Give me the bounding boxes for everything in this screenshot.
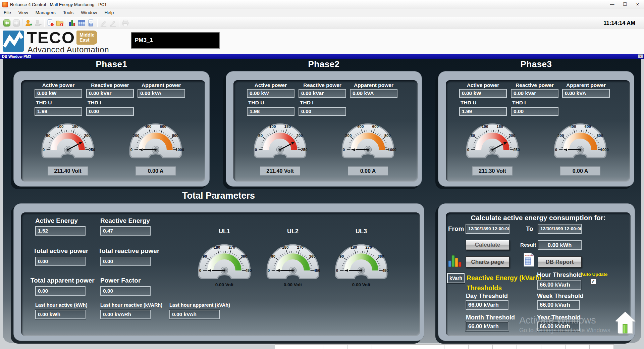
- thresholds-title-line1: Reactive Energy (kVarh): [467, 274, 541, 282]
- ul-gauge-group: UL1 090180270360450 0.00 Volt: [195, 228, 254, 287]
- brand-badge: MiddleEast: [76, 31, 97, 45]
- current-gauge: 02004006008001000: [550, 120, 610, 160]
- document-alert-icon[interactable]: [46, 18, 55, 28]
- active-power-field: 0.00 kW: [35, 89, 82, 98]
- db-report-button[interactable]: DB Report: [538, 256, 582, 267]
- svg-text:REPORT: REPORT: [525, 254, 533, 256]
- menu-tools[interactable]: Tools: [59, 9, 77, 17]
- sign-icon[interactable]: [99, 18, 108, 28]
- menu-managers[interactable]: Managers: [32, 9, 59, 17]
- total-reactive-power-label: Total reactive power: [98, 247, 159, 255]
- menu-view[interactable]: View: [15, 9, 32, 17]
- svg-text:1000: 1000: [175, 148, 184, 152]
- svg-text:400: 400: [570, 124, 576, 129]
- charts-page-button[interactable]: Charts page: [466, 256, 509, 267]
- forward-icon[interactable]: [11, 18, 21, 28]
- from-date-field[interactable]: 12/30/1899 12:00:00 AM: [466, 224, 509, 234]
- remove-user-icon[interactable]: [33, 18, 43, 28]
- calculate-button[interactable]: Calculate: [466, 240, 509, 250]
- svg-text:90: 90: [203, 254, 207, 258]
- svg-text:100: 100: [269, 124, 276, 129]
- svg-text:0: 0: [199, 268, 201, 272]
- year-threshold-field[interactable]: 66.00 kVarh: [537, 321, 580, 331]
- svg-text:0: 0: [130, 148, 132, 152]
- power-factor-label: Power Factor: [100, 277, 141, 284]
- current-display: 0.00 A: [136, 167, 175, 175]
- report-document-icon[interactable]: [86, 18, 96, 28]
- phase-title: Phase3: [438, 59, 634, 70]
- auto-update-checkbox[interactable]: ✓: [590, 279, 596, 285]
- kvarh-button[interactable]: kVarh: [447, 273, 465, 283]
- folder-alert-icon[interactable]: [55, 18, 64, 28]
- auto-update-label: Auto Update: [581, 272, 607, 277]
- minimize-button[interactable]: —: [606, 0, 619, 9]
- device-tag[interactable]: PM3_1: [131, 32, 220, 49]
- db-close-icon[interactable]: ×: [638, 54, 643, 58]
- add-user-icon[interactable]: [24, 18, 33, 28]
- phase-title: Phase1: [13, 59, 210, 70]
- month-threshold-field[interactable]: 66.00 kVarh: [466, 321, 508, 331]
- ul-gauge-group: UL3 090180270360450 0.00 Volt: [331, 228, 391, 287]
- back-icon[interactable]: [2, 18, 11, 28]
- reactive-power-label: Reactive power: [299, 82, 346, 88]
- svg-text:450: 450: [382, 268, 388, 272]
- menu-file[interactable]: File: [0, 9, 15, 17]
- voltage-gauge: 050100150200250: [38, 120, 98, 160]
- thd-i-label: THD I: [300, 100, 313, 106]
- thd-i-label: THD I: [512, 100, 526, 106]
- app-icon: [2, 2, 8, 7]
- svg-text:180: 180: [351, 245, 357, 249]
- menu-help[interactable]: Help: [101, 9, 117, 17]
- phase-title: Phase2: [226, 59, 422, 70]
- thd-i-field: 0.00: [511, 107, 558, 116]
- voltage-gauge: 050100150200250: [250, 120, 310, 160]
- current-display: 0.00 A: [560, 167, 600, 175]
- svg-text:600: 600: [372, 124, 379, 129]
- db-window-titlebar: DB Window PM3 ×: [0, 54, 644, 59]
- svg-text:600: 600: [160, 124, 166, 129]
- apparent-power-label: Apparent power: [350, 82, 397, 88]
- svg-text:90: 90: [339, 254, 344, 258]
- to-date-field[interactable]: 12/30/1899 12:00:00 AM: [538, 224, 582, 234]
- reactive-power-field: 0.00 kVar: [86, 89, 134, 98]
- thd-u-field: 1.99: [459, 107, 507, 116]
- apparent-power-label: Apparent power: [562, 82, 610, 88]
- bar-chart-icon[interactable]: [67, 18, 77, 28]
- svg-text:100: 100: [482, 124, 488, 129]
- svg-text:450: 450: [314, 268, 320, 272]
- ul-voltage-gauge: 090180270360450: [263, 241, 323, 281]
- phase-frame: Active power 0.00 kW Reactive power 0.00…: [226, 71, 422, 187]
- chart-icon[interactable]: [447, 253, 462, 269]
- thd-u-field: 1.98: [247, 107, 294, 116]
- data-table-icon[interactable]: [77, 18, 86, 28]
- voltage-display: 211.40 Volt: [48, 167, 88, 175]
- reactive-energy-field: 0.47: [100, 226, 151, 236]
- result-label: Result: [520, 242, 536, 248]
- maximize-button[interactable]: ☐: [619, 0, 631, 9]
- voltage-display: 211.30 Volt: [473, 167, 512, 175]
- db-window-title: DB Window PM3: [0, 54, 31, 58]
- close-button[interactable]: ×: [631, 0, 644, 9]
- printer-icon[interactable]: [120, 18, 130, 28]
- svg-text:800: 800: [597, 134, 603, 138]
- hour-threshold-field[interactable]: 66.00 kVarh: [537, 280, 581, 290]
- last-hour-apparent-label: Last hour apparent (kVAh): [169, 302, 230, 308]
- svg-text:800: 800: [384, 134, 391, 138]
- ul-label: UL2: [263, 228, 323, 237]
- report-icon[interactable]: REPORT: [523, 252, 535, 268]
- svg-text:150: 150: [497, 124, 503, 129]
- active-power-field: 0.00 kW: [459, 89, 507, 98]
- brand-subtitle: Advanced Automation: [28, 45, 109, 54]
- ul-voltage-display: 0.00 Volt: [195, 282, 254, 287]
- menu-window[interactable]: Window: [77, 9, 101, 17]
- day-threshold-field[interactable]: 66.00 kVarh: [466, 300, 508, 310]
- logo-band: TECO MiddleEast Advanced Automation PM3_…: [0, 29, 644, 54]
- sign-2-icon[interactable]: [108, 18, 117, 28]
- svg-text:0: 0: [467, 148, 469, 152]
- home-icon[interactable]: [613, 311, 637, 336]
- thd-u-label: THD U: [248, 100, 264, 106]
- bottom-grid-strip: [275, 344, 614, 349]
- clock: 11:14:14 AM: [603, 20, 644, 26]
- week-threshold-field[interactable]: 66.00 kVarh: [537, 300, 580, 310]
- svg-text:200: 200: [509, 134, 515, 138]
